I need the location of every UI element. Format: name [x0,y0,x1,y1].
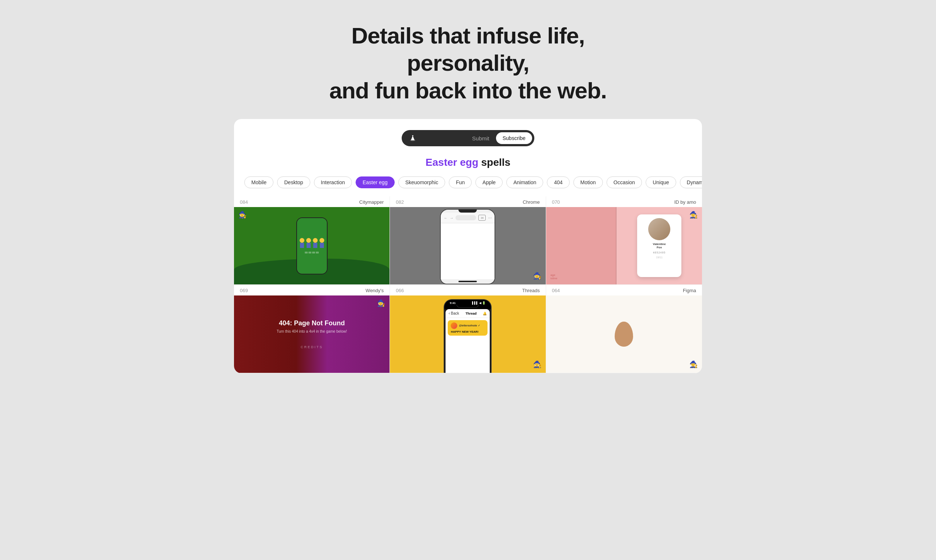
threads-time: 9:41 [450,302,456,305]
svg-point-1 [412,135,413,136]
threads-back: ‹ Back [448,311,459,315]
filter-bar: Mobile Desktop Interaction Easter egg Sk… [234,177,702,188]
section-title: Easter egg spells [234,157,702,168]
threads-message: HAPPY NEW YEAR! [451,330,485,334]
cards-grid: 084 Citymapper [234,196,702,373]
chrome-tab-count: 36 [478,215,486,221]
wendys-credits: CREDITS [301,345,323,349]
card-id-image: age istine ValentineFox 4652 [546,207,702,285]
card-brand: ID by amo [674,199,696,205]
search-bar-wrapper: Submit Subscribe [234,130,702,146]
card-figma-meta: 064 Figma [546,285,702,295]
card-threads-meta: 066 Threads [390,285,545,295]
threads-title: Thread [460,312,482,315]
filter-occasion[interactable]: Occasion [607,177,642,188]
chrome-back-btn: ← [444,216,447,220]
section-title-highlight: Easter egg [426,157,478,168]
card-wendys[interactable]: 069 Wendy's 404: Page Not Found Turn thi… [234,285,390,373]
card-figma-image: 🧙 [546,295,702,373]
card-brand: Chrome [523,199,539,205]
card-number: 070 [552,199,560,205]
card-number: 066 [396,288,404,293]
witch-icon-chrome: 🧙 [533,272,541,280]
wendys-title: 404: Page Not Found [279,319,345,327]
card-wendys-image: 404: Page Not Found Turn this 404 into a… [234,295,389,373]
card-chrome-image: ← → 36 ··· 🧙 [390,207,545,285]
hero-title-line1: Details that infuse life, personality, [351,23,585,75]
card-figma[interactable]: 064 Figma 🧙 [546,285,702,373]
subscribe-button[interactable]: Subscribe [496,132,532,144]
card-number: 064 [552,288,560,293]
filter-interaction[interactable]: Interaction [314,177,352,188]
card-citymapper[interactable]: 084 Citymapper [234,196,390,285]
card-number: 082 [396,199,404,205]
card-brand: Wendy's [366,288,383,293]
filter-desktop[interactable]: Desktop [277,177,310,188]
card-threads-image: 9:41 ▌▌▌ ◀ 🔋 ‹ Back Thread [390,295,545,373]
witch-icon-figma: 🧙 [690,360,697,368]
filter-apple[interactable]: Apple [476,177,503,188]
witch-hat-icon [408,133,418,143]
hero-title-line2: and fun back into the web. [329,78,607,103]
filter-unique[interactable]: Unique [646,177,676,188]
filter-motion[interactable]: Motion [573,177,603,188]
threads-username: @lettersofnote ✓ [459,324,480,327]
chrome-toolbar: ← → 36 ··· [441,212,494,223]
main-container: Submit Subscribe Easter egg spells Mobil… [234,119,702,373]
chrome-menu-btn: ··· [488,215,491,220]
wendys-subtitle: Turn this 404 into a 4x4 in the game bel… [269,329,354,334]
hero-title: Details that infuse life, personality, a… [309,22,627,104]
filter-mobile[interactable]: Mobile [244,177,273,188]
filter-skeuomorphic[interactable]: Skeuomorphic [398,177,445,188]
filter-animation[interactable]: Animation [506,177,543,188]
threads-bell: 🔔 [483,312,487,315]
filter-404[interactable]: 404 [547,177,570,188]
chrome-notch [459,210,477,212]
witch-icon-id: 🧙 [690,211,697,219]
submit-button[interactable]: Submit [469,134,492,143]
id-card: ValentineFox 4652495 19/11 [637,214,681,277]
chrome-forward-btn: → [450,216,453,220]
witch-icon-wendys: 🧙 [377,299,385,307]
search-bar: Submit Subscribe [402,130,534,146]
card-citymapper-image: 🧙 [234,207,389,285]
section-title-rest: spells [478,157,510,168]
chrome-phone-mockup: ← → 36 ··· [440,209,495,285]
card-number: 069 [240,288,248,293]
card-id-meta: 070 ID by amo [546,196,702,207]
card-threads[interactable]: 066 Threads 9:41 ▌▌▌ ◀ 🔋 [390,285,546,373]
card-wendys-meta: 069 Wendy's [234,285,389,295]
threads-signal: ▌▌▌ ◀ 🔋 [472,302,486,305]
card-id[interactable]: 070 ID by amo age istine [546,196,702,285]
hero-section: Details that infuse life, personality, a… [302,0,634,119]
card-citymapper-meta: 084 Citymapper [234,196,389,207]
threads-phone-mockup: 9:41 ▌▌▌ ◀ 🔋 ‹ Back Thread [444,299,491,373]
card-chrome-meta: 082 Chrome [390,196,545,207]
witch-icon-threads: 🧙 [533,360,541,368]
chrome-home-bar [459,281,477,282]
filter-easter-egg[interactable]: Easter egg [356,177,395,188]
card-brand: Threads [522,288,540,293]
card-brand: Citymapper [359,199,383,205]
witch-icon-citymapper: 🧙 [239,211,246,219]
card-chrome[interactable]: 082 Chrome ← → 36 ··· [390,196,546,285]
filter-fun[interactable]: Fun [449,177,472,188]
card-brand: Figma [683,288,696,293]
filter-dynamic-island[interactable]: Dynamic island [680,177,702,188]
card-number: 084 [240,199,248,205]
chrome-content [441,223,494,279]
